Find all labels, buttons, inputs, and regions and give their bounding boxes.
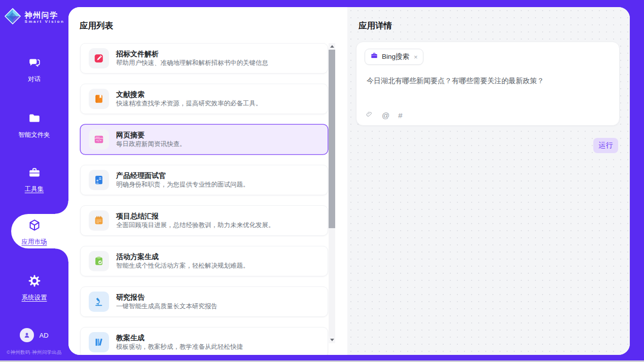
gear-icon: [28, 274, 41, 289]
resume-icon: [89, 170, 109, 190]
app-list-panel: 应用列表 招标文件解析 帮助用户快速、准确地理解和解析招标书中的关键信息: [68, 7, 347, 355]
user-account[interactable]: AD: [0, 328, 68, 342]
app-name: 产品经理面试官: [116, 171, 249, 179]
book-icon: [89, 89, 109, 109]
user-initials: AD: [39, 332, 48, 339]
sidebar-item-label: 工具集: [25, 185, 44, 194]
main-content: 应用列表 招标文件解析 帮助用户快速、准确地理解和解析招标书中的关键信息: [68, 7, 630, 355]
clipboard-check-icon: [89, 251, 109, 271]
cube-icon: [28, 219, 41, 234]
sidebar-item-label: 系统设置: [22, 294, 47, 302]
app-window: 神州问学 Smart Vision 对话 智能文件夹: [0, 0, 644, 362]
sidebar-item-settings[interactable]: 系统设置: [0, 274, 68, 302]
app-desc: 快速精准查找学术资源，提高研究效率的必备工具。: [116, 100, 262, 107]
copyright-text: ©神州数码·神州问学出品: [0, 349, 68, 356]
app-desc: 帮助用户快速、准确地理解和解析招标书中的关键信息: [116, 59, 268, 67]
hash-icon[interactable]: #: [398, 112, 402, 119]
app-desc: 每日政府新闻资讯快查。: [116, 140, 186, 148]
tool-tag-label: Bing搜索: [382, 52, 409, 61]
sidebar-item-smart-folder[interactable]: 智能文件夹: [0, 112, 68, 139]
browser-code-icon: </>: [89, 129, 109, 150]
scroll-down-button[interactable]: [329, 337, 335, 343]
brand-tagline: Smart Vision: [25, 19, 65, 24]
app-card-list: 招标文件解析 帮助用户快速、准确地理解和解析招标书中的关键信息 文献搜索: [80, 43, 328, 355]
toolbox-icon: [28, 166, 41, 181]
app-detail-title: 应用详情: [359, 20, 392, 31]
list-scrollbar[interactable]: [329, 43, 335, 343]
input-toolbar: @ #: [366, 111, 403, 120]
at-mention-icon[interactable]: @: [382, 112, 389, 119]
sidebar: 神州问学 Smart Vision 对话 智能文件夹: [0, 0, 68, 360]
prompt-input[interactable]: 今日湖北有哪些新闻要点？有哪些需要关注的最新政策？: [367, 77, 609, 85]
books-icon: [89, 332, 109, 352]
brand-logo: 神州问学 Smart Vision: [0, 8, 68, 27]
app-desc: 一键智能生成高质量长文本研究报告: [116, 303, 218, 310]
app-name: 研究报告: [116, 293, 218, 301]
app-name: 网页摘要: [116, 131, 186, 139]
sidebar-item-label: 应用市场: [22, 238, 47, 246]
sidebar-item-label: 智能文件夹: [18, 131, 50, 139]
tool-tag-bing-search[interactable]: Bing搜索 ×: [365, 49, 423, 65]
app-name: 招标文件解析: [116, 50, 268, 58]
diamond-logo-icon: [4, 8, 21, 27]
app-name: 项目总结汇报: [116, 212, 275, 220]
triangle-up-icon: [330, 45, 334, 48]
app-card-web-summary[interactable]: </> 网页摘要 每日政府新闻资讯快查。: [80, 124, 328, 155]
scroll-up-button[interactable]: [329, 43, 335, 50]
chat-icon: [28, 56, 41, 71]
folder-icon: [28, 112, 41, 127]
sidebar-item-app-market[interactable]: 应用市场: [0, 219, 68, 246]
svg-text:</>: </>: [96, 138, 102, 142]
app-card-project-summary[interactable]: 项目总结汇报 全面回顾项目进展，总结经验教训，助力未来优化发展。: [80, 205, 328, 236]
app-desc: 模板驱动，教案秒成，教学准备从此轻松快捷: [116, 343, 243, 351]
scrollbar-track[interactable]: [329, 228, 335, 337]
app-list-title: 应用列表: [80, 20, 113, 31]
triangle-down-icon: [330, 339, 334, 341]
app-card-research-report[interactable]: 研究报告 一键智能生成高质量长文本研究报告: [80, 286, 328, 317]
run-button[interactable]: 运行: [593, 138, 618, 153]
microscope-icon: [89, 292, 109, 312]
close-icon[interactable]: ×: [414, 54, 418, 60]
doc-edit-icon: [89, 48, 109, 68]
app-desc: 全面回顾项目进展，总结经验教训，助力未来优化发展。: [116, 222, 275, 229]
sidebar-item-label: 对话: [28, 75, 41, 84]
app-name: 教案生成: [116, 334, 243, 342]
app-desc: 智能生成个性化活动方案，轻松解决规划难题。: [116, 262, 249, 270]
app-card-literature-search[interactable]: 文献搜索 快速精准查找学术资源，提高研究效率的必备工具。: [80, 84, 328, 114]
app-detail-panel: 应用详情 Bing搜索 × 今日湖北有哪些新闻要点？有哪些需要关注的最新政策？: [347, 7, 630, 355]
avatar: [20, 328, 34, 342]
app-card-bid-parse[interactable]: 招标文件解析 帮助用户快速、准确地理解和解析招标书中的关键信息: [80, 43, 328, 74]
scrollbar-thumb[interactable]: [329, 50, 335, 228]
app-name: 活动方案生成: [116, 252, 249, 261]
app-card-pm-interviewer[interactable]: 产品经理面试官 明确身份和职责，为您提供专业性的面试问题。: [80, 165, 328, 195]
sidebar-item-toolset[interactable]: 工具集: [0, 166, 68, 194]
prompt-editor-card: Bing搜索 × 今日湖北有哪些新闻要点？有哪些需要关注的最新政策？ @ #: [356, 42, 620, 126]
sidebar-item-chat[interactable]: 对话: [0, 56, 68, 84]
briefcase-icon: [370, 52, 378, 62]
app-card-lesson-plan[interactable]: 教案生成 模板驱动，教案秒成，教学准备从此轻松快捷: [80, 327, 328, 355]
paperclip-icon[interactable]: [366, 111, 373, 120]
app-name: 文献搜索: [116, 90, 262, 98]
app-desc: 明确身份和职责，为您提供专业性的面试问题。: [116, 181, 249, 189]
brand-name: 神州问学: [25, 11, 65, 19]
notepad-icon: [89, 210, 109, 231]
app-card-event-plan[interactable]: 活动方案生成 智能生成个性化活动方案，轻松解决规划难题。: [80, 246, 328, 276]
